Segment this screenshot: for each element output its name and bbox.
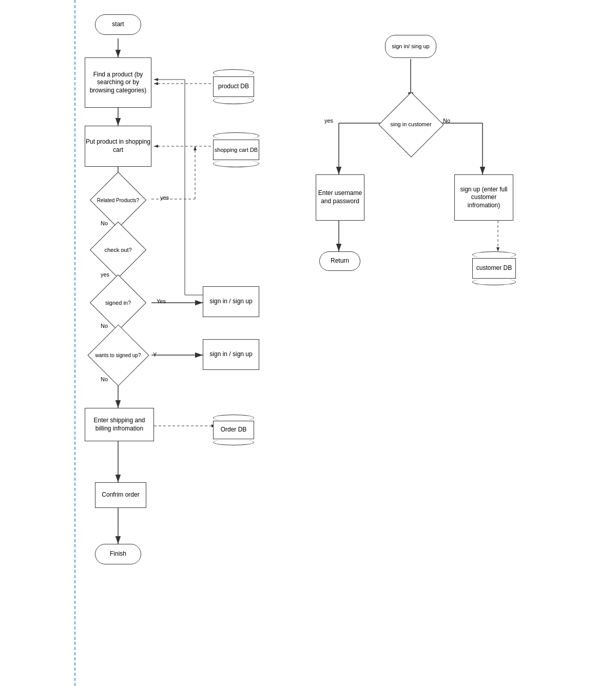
no-label-sing-in: No — [443, 117, 450, 124]
checkout-diamond: check out? — [90, 232, 146, 268]
enter-shipping-box: Enter shipping and billing infromation — [85, 408, 154, 441]
finish-terminal: Finish — [95, 544, 141, 564]
sign-up-full-box: sign up (enter full customer infromation… — [454, 174, 513, 221]
no-label-related: No — [101, 220, 108, 227]
yes-label-sing-in: yes — [324, 117, 333, 124]
yes-label-related: yes — [160, 194, 169, 201]
product-db: product DB — [213, 69, 254, 104]
confirm-order-box: Confrim order — [95, 482, 146, 508]
put-in-cart-box: Put product in shopping cart — [85, 126, 151, 167]
diagram-container: start Find a product (by searching or by… — [0, 0, 616, 686]
related-products-diamond: Related Products? — [90, 182, 146, 218]
shopping-cart-db: shopping cart DB — [213, 132, 259, 167]
yes-label-checkout: yes — [101, 271, 109, 278]
wants-signed-up-diamond: wants to signed up? — [87, 336, 149, 375]
enter-username-box: Enter username and password — [316, 174, 364, 221]
yes-label-signed-in: Yes — [157, 298, 166, 305]
return-terminal: Return — [319, 251, 360, 271]
no-label-wants: No — [101, 376, 108, 383]
dashed-border — [74, 0, 75, 686]
find-product-box: Find a product (by searching or by brows… — [85, 57, 151, 108]
signed-in-diamond: signed in? — [90, 285, 146, 321]
order-db: Order DB — [213, 415, 254, 445]
sign-in-up-box-1: sign in / sign up — [203, 286, 259, 317]
y-label-wants: Y — [153, 351, 157, 358]
sign-in-top-terminal: sign in/ sing up — [385, 35, 436, 58]
start-terminal: start — [95, 14, 141, 35]
customer-db: customer DB — [472, 251, 516, 285]
no-label-signed-in: No — [101, 322, 108, 329]
sing-in-customer-diamond: sing in customer — [384, 97, 438, 151]
sign-in-up-box-2: sign in / sign up — [203, 339, 259, 370]
